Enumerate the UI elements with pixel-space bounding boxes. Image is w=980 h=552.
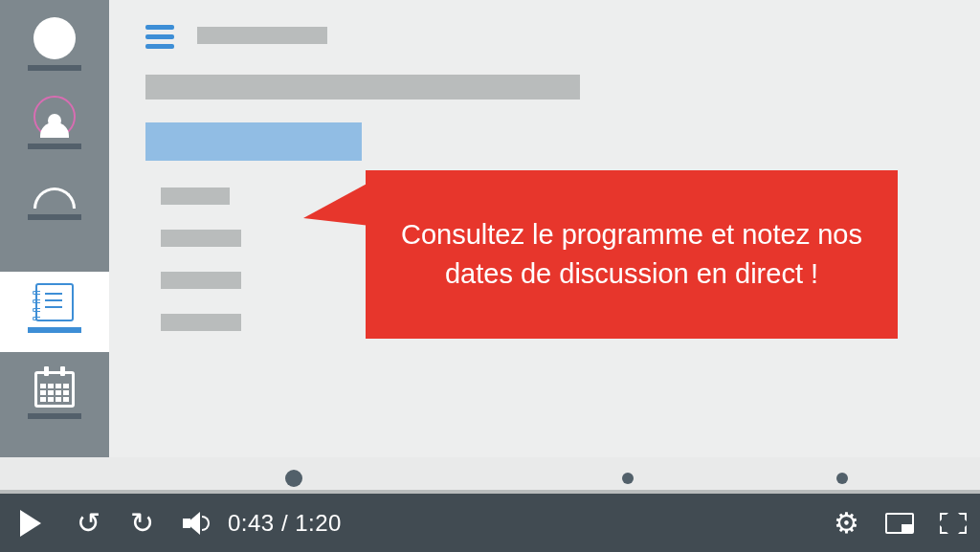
profile-icon xyxy=(33,96,76,138)
fullscreen-icon xyxy=(940,513,967,534)
video-stage: Consultez le programme et notez nos date… xyxy=(0,0,980,494)
placeholder-highlight xyxy=(145,122,362,161)
chapter-dot[interactable] xyxy=(622,473,634,484)
callout-bubble: Consultez le programme et notez nos date… xyxy=(366,170,898,339)
sidebar-item-calendar[interactable] xyxy=(0,371,109,419)
settings-button[interactable]: ⚙ xyxy=(819,494,873,552)
callout-tail xyxy=(303,182,370,226)
rewind-button[interactable]: ↺ xyxy=(61,494,115,552)
player-bar: ↺ ↻ 0:43 / 1:20 ⚙ xyxy=(0,494,980,552)
fullscreen-button[interactable] xyxy=(926,494,980,552)
sidebar-item-food[interactable] xyxy=(0,188,109,220)
play-button[interactable] xyxy=(0,494,61,552)
pip-button[interactable] xyxy=(873,494,926,552)
sidebar-item-agenda[interactable] xyxy=(0,272,109,352)
chapter-dot[interactable] xyxy=(285,470,302,487)
content-area: Consultez le programme et notez nos date… xyxy=(109,0,980,470)
duration: 1:20 xyxy=(295,510,342,536)
time-display: 0:43 / 1:20 xyxy=(228,510,342,537)
menu-icon[interactable] xyxy=(145,25,174,49)
placeholder-line xyxy=(161,188,230,205)
volume-icon xyxy=(183,512,208,535)
placeholder-subtitle xyxy=(145,75,580,99)
placeholder-line xyxy=(161,272,241,289)
chapter-dot[interactable] xyxy=(836,473,848,484)
chapter-markers xyxy=(0,457,980,494)
pip-icon xyxy=(885,513,914,534)
calendar-icon xyxy=(34,371,75,408)
forward-icon: ↻ xyxy=(130,506,154,540)
play-icon xyxy=(20,510,41,537)
sidebar-item-home[interactable] xyxy=(0,17,109,71)
callout-text: Consultez le programme et notez nos date… xyxy=(398,215,865,293)
placeholder-title xyxy=(197,27,327,44)
dome-icon xyxy=(33,188,76,209)
rewind-icon: ↺ xyxy=(77,506,100,540)
placeholder-line xyxy=(161,314,241,331)
placeholder-line xyxy=(161,230,241,247)
current-time: 0:43 xyxy=(228,510,275,536)
volume-button[interactable] xyxy=(168,494,222,552)
home-icon xyxy=(33,17,76,59)
app-sidebar xyxy=(0,0,109,470)
gear-icon: ⚙ xyxy=(834,506,859,540)
forward-button[interactable]: ↻ xyxy=(115,494,168,552)
agenda-icon xyxy=(35,283,74,321)
sidebar-item-profile[interactable] xyxy=(0,96,109,149)
